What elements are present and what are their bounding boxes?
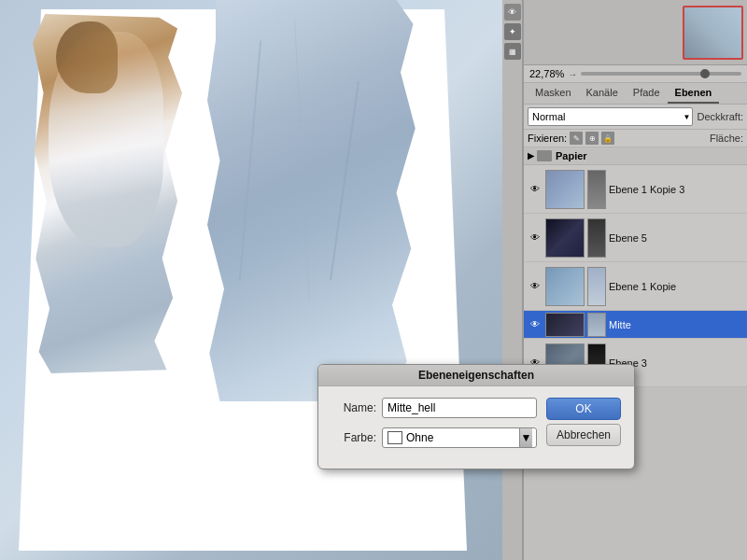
- fix-icon-all[interactable]: 🔒: [601, 132, 614, 145]
- layer-eye-ebene1kopie3[interactable]: 👁: [528, 182, 543, 197]
- layer-name-mitte: Mitte: [609, 319, 743, 330]
- zoom-slider[interactable]: [581, 72, 741, 76]
- layer-item-ebene5[interactable]: 👁 Ebene 5: [524, 214, 747, 262]
- layer-mask-ebene5: [587, 218, 606, 258]
- torn-strip-2: [207, 0, 417, 401]
- dialog-color-label: Farbe:: [331, 431, 376, 444]
- torn-strip-2-content: [207, 0, 417, 401]
- dialog-color-row: Farbe: Ohne ▼: [331, 427, 537, 448]
- layer-name-ebene1kopie: Ebene 1 Kopie: [609, 281, 743, 292]
- group-label: Papier: [556, 150, 587, 161]
- dialog-cancel-button[interactable]: Abbrechen: [546, 424, 621, 446]
- layer-mask-ebene1kopie3: [587, 170, 606, 209]
- layer-mask-mitte: [587, 313, 606, 337]
- ebeneneigenschaften-dialog[interactable]: Ebeneneigenschaften Name: Farbe:: [317, 364, 635, 469]
- tool-cursor-icon[interactable]: ✦: [504, 23, 521, 40]
- torn-strip-1-content: [33, 14, 187, 373]
- tab-masken[interactable]: Masken: [528, 83, 579, 104]
- dialog-name-input[interactable]: [382, 398, 537, 418]
- dialog-body: Name: Farbe: Ohne ▼: [318, 386, 634, 469]
- tab-bar: Masken Kanäle Pfade Ebenen: [524, 83, 747, 105]
- layer-group-papier[interactable]: ▶ Papier: [524, 147, 747, 165]
- layer-name-ebene1kopie3: Ebene 1 Kopie 3: [609, 184, 743, 195]
- paper-line-3: [330, 81, 359, 280]
- tab-kanaele[interactable]: Kanäle: [579, 83, 626, 104]
- layer-mask-ebene1kopie: [587, 267, 606, 306]
- paper-line-2: [294, 21, 310, 301]
- blend-mode-value: Normal: [532, 111, 565, 122]
- dialog-name-row: Name:: [331, 398, 537, 418]
- layer-thumb-mitte: [545, 313, 585, 337]
- layer-thumb-ebene1kopie3: [545, 170, 585, 209]
- paper-line-4: [271, 119, 345, 123]
- dialog-name-label: Name:: [331, 401, 376, 414]
- tab-ebenen[interactable]: Ebenen: [668, 83, 720, 104]
- zoom-arrow: →: [568, 69, 577, 79]
- layers-panel-container: 22,78% → Masken Kanäle Pfade Ebenen Norm…: [523, 0, 747, 560]
- zoom-thumb: [700, 69, 710, 78]
- dialog-ok-button[interactable]: OK: [546, 398, 621, 420]
- color-select-arrow-icon: ▼: [519, 428, 532, 447]
- tool-eye-icon[interactable]: 👁: [504, 4, 521, 21]
- layer-thumb-ebene1kopie: [545, 267, 585, 306]
- fill-label: Fläche:: [710, 133, 743, 144]
- fix-label: Fixieren:: [528, 133, 567, 144]
- canvas-area: [0, 0, 502, 560]
- color-swatch: [388, 431, 402, 444]
- zoom-value: 22,78%: [529, 68, 564, 79]
- layer-eye-ebene1kopie[interactable]: 👁: [528, 279, 543, 294]
- dialog-color-value: Ohne: [406, 431, 433, 444]
- dialog-title: Ebeneneigenschaften: [318, 365, 634, 386]
- thumbnail-preview: [684, 7, 741, 58]
- blend-select-arrow: ▼: [684, 113, 691, 121]
- opacity-label: Deckkraft:: [697, 111, 743, 122]
- paper-line-1: [239, 40, 261, 280]
- layer-name-ebene5: Ebene 5: [609, 232, 743, 244]
- thumbnail-strip: [524, 0, 747, 65]
- zoom-bar: 22,78% →: [524, 65, 747, 83]
- fix-row: Fixieren: ✎ ⊕ 🔒 Fläche:: [524, 130, 747, 147]
- layer-item-ebene1kopie3[interactable]: 👁 Ebene 1 Kopie 3: [524, 165, 747, 214]
- side-tools-panel: 👁 ✦ ▦: [502, 0, 523, 560]
- tab-pfade[interactable]: Pfade: [626, 83, 668, 104]
- tool-grid-icon[interactable]: ▦: [504, 43, 521, 60]
- blend-mode-select[interactable]: Normal ▼: [528, 107, 693, 126]
- fix-icon-move[interactable]: ⊕: [585, 132, 599, 145]
- layer-thumb-ebene5: [545, 218, 585, 258]
- folder-icon: [537, 150, 552, 161]
- layer-item-ebene1kopie[interactable]: 👁 Ebene 1 Kopie: [524, 262, 747, 311]
- dialog-color-select[interactable]: Ohne ▼: [382, 427, 537, 448]
- layer-eye-ebene5[interactable]: 👁: [528, 231, 543, 245]
- fix-icon-lock[interactable]: ✎: [570, 132, 583, 145]
- white-gap-1: [182, 37, 208, 355]
- layer-eye-mitte[interactable]: 👁: [528, 317, 543, 332]
- group-arrow-icon: ▶: [528, 151, 534, 161]
- layer-item-mitte[interactable]: 👁 Mitte: [524, 311, 747, 339]
- torn-strip-1: [33, 14, 187, 373]
- dialog-buttons: OK Abbrechen: [546, 398, 621, 446]
- blend-mode-row: Normal ▼ Deckkraft:: [524, 105, 747, 130]
- canvas-thumbnail[interactable]: [683, 6, 743, 60]
- hair-detail: [56, 21, 118, 93]
- white-gap-2: [415, 28, 438, 355]
